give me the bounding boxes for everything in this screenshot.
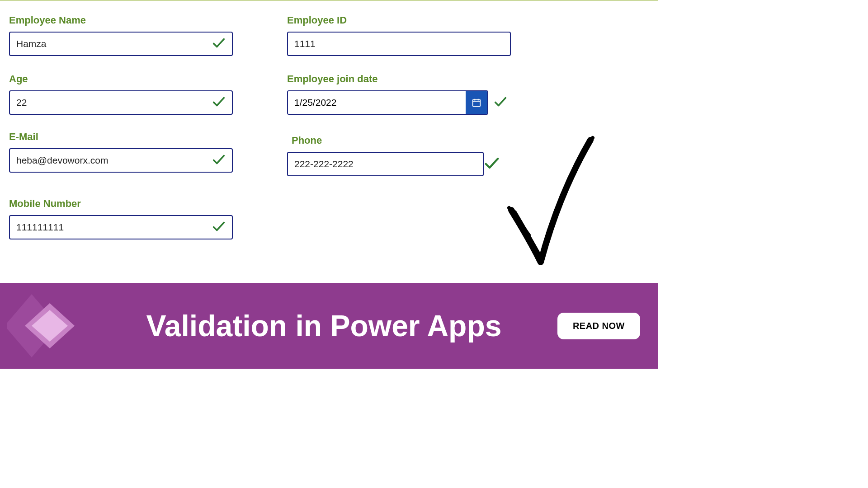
employee-name-group: Employee Name [9, 14, 233, 56]
age-input[interactable] [9, 90, 233, 115]
employee-id-input[interactable] [287, 32, 511, 56]
svg-rect-0 [473, 100, 481, 107]
join-date-label: Employee join date [287, 73, 511, 85]
phone-wrap [287, 152, 511, 176]
employee-id-wrap [287, 32, 511, 56]
phone-input[interactable] [287, 152, 484, 176]
banner-title: Validation in Power Apps [90, 309, 557, 343]
mobile-label: Mobile Number [9, 198, 233, 210]
age-group: Age [9, 73, 233, 115]
mobile-input[interactable] [9, 215, 233, 239]
calendar-button[interactable] [466, 91, 487, 114]
employee-name-wrap [9, 32, 233, 56]
check-icon [483, 154, 501, 174]
phone-label: Phone [292, 135, 511, 146]
right-column: Employee ID Employee join date [287, 14, 511, 252]
email-input[interactable] [9, 148, 233, 173]
join-date-wrap [287, 90, 511, 115]
join-date-input[interactable] [288, 91, 466, 114]
calendar-icon [472, 98, 481, 108]
join-date-combo [287, 90, 488, 115]
banner: Validation in Power Apps READ NOW [0, 283, 658, 369]
email-wrap [9, 148, 233, 173]
read-now-button[interactable]: READ NOW [557, 313, 640, 339]
email-group: E-Mail [9, 131, 233, 173]
join-date-group: Employee join date [287, 73, 511, 115]
age-label: Age [9, 73, 233, 85]
mobile-group: Mobile Number [9, 198, 233, 239]
phone-group: Phone [287, 135, 511, 176]
powerapps-logo [0, 283, 90, 369]
employee-id-label: Employee ID [287, 14, 511, 26]
left-column: Employee Name Age E-Mail [9, 14, 233, 252]
age-wrap [9, 90, 233, 115]
check-icon [493, 94, 508, 111]
employee-id-group: Employee ID [287, 14, 511, 56]
employee-name-input[interactable] [9, 32, 233, 56]
email-label: E-Mail [9, 131, 233, 143]
employee-name-label: Employee Name [9, 14, 233, 26]
mobile-wrap [9, 215, 233, 239]
large-checkmark-illustration [505, 136, 604, 273]
